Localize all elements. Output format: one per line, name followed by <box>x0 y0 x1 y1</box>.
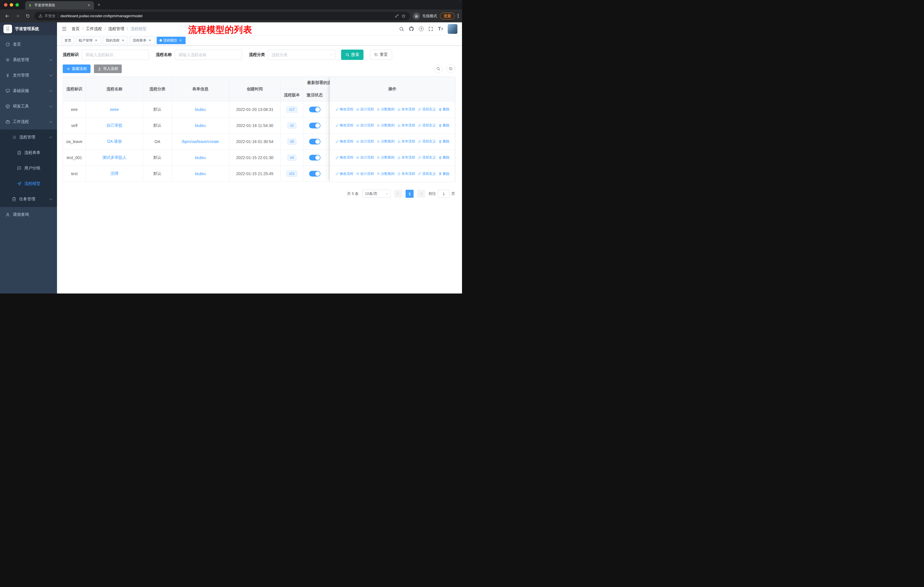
sidebar-item-home[interactable]: 首页 <box>0 37 57 52</box>
form-info-link[interactable]: /bpm/oa/leave/create <box>182 139 219 144</box>
sidebar-item-leave-query[interactable]: 请假查询 <box>0 207 57 222</box>
close-icon[interactable]: × <box>121 38 125 43</box>
help-icon[interactable] <box>419 26 424 31</box>
sidebar-item-infrastructure[interactable]: 基础设施 <box>0 83 57 99</box>
tag-home[interactable]: 首页 <box>61 37 74 44</box>
action-assign-rules[interactable]: 分配规则 <box>377 155 395 160</box>
action-process-definition[interactable]: 流程定义 <box>418 139 436 144</box>
tag-process-model[interactable]: 流程模型× <box>157 37 186 44</box>
tag-process-form[interactable]: 流程表单× <box>130 37 155 44</box>
action-design-process[interactable]: 设计流程 <box>356 155 374 160</box>
sidebar-item-system-management[interactable]: 系统管理 <box>0 52 57 68</box>
process-name-link[interactable]: OA 请假 <box>107 139 122 144</box>
page-number-1[interactable]: 1 <box>406 190 414 198</box>
action-modify-process[interactable]: 修改流程 <box>335 107 353 112</box>
browser-menu-icon[interactable] <box>458 14 459 18</box>
action-publish-process[interactable]: 发布流程 <box>397 155 415 160</box>
sidebar-item-workflow[interactable]: 工作流程 <box>0 114 57 129</box>
action-publish-process[interactable]: 发布流程 <box>397 171 415 176</box>
action-modify-process[interactable]: 修改流程 <box>335 171 353 176</box>
update-button[interactable]: 更新 <box>440 13 455 20</box>
github-icon[interactable] <box>409 26 414 31</box>
tag-my-process[interactable]: 我的流程× <box>103 37 128 44</box>
forward-button[interactable] <box>14 12 21 20</box>
action-assign-rules[interactable]: 分配规则 <box>377 107 395 112</box>
action-process-definition[interactable]: 流程定义 <box>418 123 436 128</box>
form-info-link[interactable]: biubiu <box>195 171 206 176</box>
refresh-table-icon[interactable] <box>447 64 455 73</box>
next-page-button[interactable] <box>417 190 425 198</box>
process-id-input[interactable] <box>82 50 149 60</box>
back-button[interactable] <box>3 12 11 20</box>
action-publish-process[interactable]: 发布流程 <box>397 123 415 128</box>
sidebar-item-user-group[interactable]: 用户分组 <box>0 160 57 176</box>
action-delete[interactable]: 删除 <box>439 171 450 176</box>
form-info-link[interactable]: biubiu <box>195 155 206 160</box>
bookmark-star-icon[interactable] <box>401 14 406 18</box>
action-process-definition[interactable]: 流程定义 <box>418 171 436 176</box>
search-button[interactable]: 搜索 <box>341 50 363 60</box>
close-icon[interactable]: × <box>178 38 183 43</box>
action-delete[interactable]: 删除 <box>439 107 450 112</box>
active-toggle[interactable] <box>309 155 320 160</box>
prev-page-button[interactable] <box>394 190 402 198</box>
action-design-process[interactable]: 设计流程 <box>356 171 374 176</box>
close-icon[interactable]: × <box>148 38 152 43</box>
action-delete[interactable]: 删除 <box>439 139 450 144</box>
action-assign-rules[interactable]: 分配规则 <box>377 171 395 176</box>
sidebar-item-task-management[interactable]: 任务管理 <box>0 192 57 207</box>
page-size-select[interactable]: 10条/页 <box>362 190 391 198</box>
version-tag[interactable]: v5 <box>287 139 297 145</box>
sidebar-item-process-form[interactable]: 流程表单 <box>0 145 57 160</box>
browser-tab[interactable]: 芋道管理系统 × <box>25 1 94 10</box>
action-assign-rules[interactable]: 分配规则 <box>377 123 395 128</box>
version-tag[interactable]: v4 <box>287 154 297 161</box>
zoom-window-button[interactable] <box>15 3 19 7</box>
action-assign-rules[interactable]: 分配规则 <box>377 139 395 144</box>
version-tag[interactable]: v21 <box>286 170 297 177</box>
sidebar-item-dev-tools[interactable]: 研发工具 <box>0 99 57 114</box>
sidebar-fold-icon[interactable] <box>61 26 67 31</box>
active-toggle[interactable] <box>309 171 320 177</box>
process-name-link[interactable]: 滔博 <box>111 171 119 176</box>
breadcrumb-process-management[interactable]: 流程管理 <box>102 26 124 31</box>
action-delete[interactable]: 删除 <box>439 155 450 160</box>
address-bar[interactable]: 不安全 dashboard.yudao.iocoder.cn/bpm/manag… <box>35 12 410 20</box>
action-design-process[interactable]: 设计流程 <box>356 107 374 112</box>
reset-button[interactable]: 重置 <box>370 50 392 60</box>
toggle-search-icon[interactable] <box>434 64 442 73</box>
process-name-link[interactable]: eeee <box>110 107 119 112</box>
fullscreen-icon[interactable] <box>428 26 433 31</box>
active-toggle[interactable] <box>309 107 320 112</box>
form-info-link[interactable]: biubiu <box>195 123 206 128</box>
breadcrumb-workflow[interactable]: 工作流程 <box>80 26 102 31</box>
action-modify-process[interactable]: 修改流程 <box>335 139 353 144</box>
process-name-link[interactable]: 测试多审批人 <box>102 155 127 160</box>
active-toggle[interactable] <box>309 139 320 144</box>
minimize-window-button[interactable] <box>10 3 13 7</box>
close-window-button[interactable] <box>4 3 7 7</box>
process-name-link[interactable]: 自己审批 <box>107 123 122 127</box>
font-size-icon[interactable] <box>438 26 443 31</box>
sidebar-item-process-management[interactable]: 流程管理 <box>0 129 57 145</box>
action-design-process[interactable]: 设计流程 <box>356 139 374 144</box>
tab-close-icon[interactable]: × <box>86 3 91 8</box>
action-publish-process[interactable]: 发布流程 <box>397 107 415 112</box>
new-tab-button[interactable]: + <box>97 2 101 8</box>
key-icon[interactable] <box>394 14 399 18</box>
action-process-definition[interactable]: 流程定义 <box>418 107 436 112</box>
process-category-select[interactable] <box>268 50 335 60</box>
version-tag[interactable]: v2 <box>287 122 297 129</box>
process-category-select-input[interactable] <box>268 50 335 60</box>
close-icon[interactable]: × <box>94 38 98 43</box>
create-process-button[interactable]: 新建流程 <box>63 64 91 73</box>
sidebar-item-process-model[interactable]: 流程模型 <box>0 176 57 192</box>
version-tag[interactable]: v17 <box>286 106 297 112</box>
action-process-definition[interactable]: 流程定义 <box>418 155 436 160</box>
security-chip[interactable]: 不安全 <box>38 13 56 19</box>
import-process-button[interactable]: 导入流程 <box>94 64 122 73</box>
user-avatar[interactable] <box>448 24 457 34</box>
sidebar-item-payment-management[interactable]: 支付管理 <box>0 68 57 83</box>
breadcrumb-home[interactable]: 首页 <box>72 26 80 31</box>
tag-tenant-management[interactable]: 租户管理× <box>76 37 101 44</box>
